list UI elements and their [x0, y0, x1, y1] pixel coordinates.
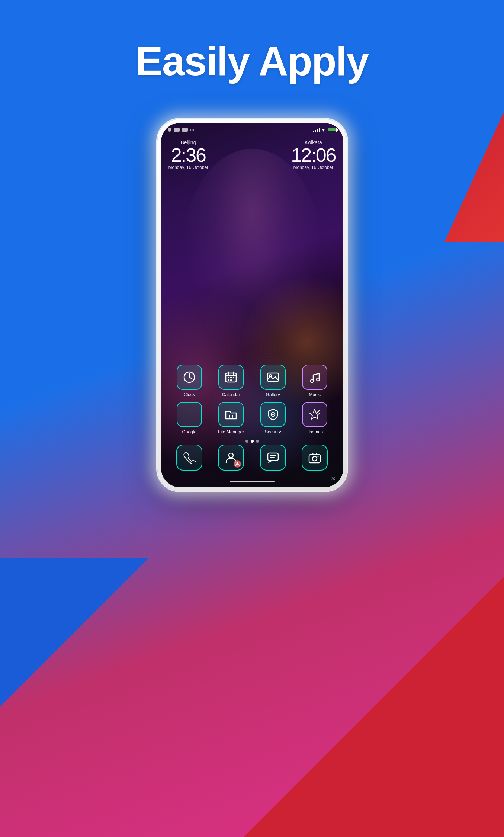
- app-music[interactable]: Music: [298, 365, 331, 397]
- svg-point-23: [229, 453, 233, 458]
- dock-contacts[interactable]: [218, 445, 244, 471]
- signal-bar-3: [317, 129, 318, 132]
- page-dot-3: [256, 440, 259, 443]
- title-section: Easily Apply: [0, 37, 504, 84]
- page-number: 2/3: [331, 476, 336, 481]
- messages-icon: [267, 451, 279, 464]
- clock-time-beijing: 2:36: [168, 145, 209, 165]
- clock-label: Clock: [184, 392, 195, 397]
- svg-point-20: [272, 414, 274, 415]
- app-row-2: Google File Manager: [168, 402, 336, 434]
- music-icon-box[interactable]: [302, 365, 327, 390]
- dock-camera[interactable]: [302, 445, 328, 471]
- dock-phone-icon-box[interactable]: [176, 445, 202, 471]
- themes-label: Themes: [307, 429, 323, 434]
- google-label: Google: [182, 429, 196, 434]
- google-icon-box[interactable]: [177, 402, 202, 427]
- apps-section: Clock: [161, 365, 343, 439]
- phone-icon: [183, 451, 196, 464]
- bg-triangle-red: [244, 577, 504, 837]
- status-dots: •••: [190, 128, 195, 132]
- status-bar: ••• ▾: [161, 123, 343, 137]
- signal-icon: [313, 127, 320, 132]
- battery-tip: [337, 129, 338, 131]
- signal-bar-2: [315, 130, 316, 132]
- svg-point-14: [311, 379, 314, 382]
- dock-messages-icon-box[interactable]: [260, 445, 286, 471]
- calendar-icon-box[interactable]: [218, 365, 244, 390]
- svg-rect-12: [267, 373, 279, 381]
- app-file-manager[interactable]: File Manager: [214, 402, 248, 434]
- wifi-icon: ▾: [322, 127, 325, 133]
- calendar-icon: [224, 371, 238, 384]
- dock-camera-icon-box[interactable]: [302, 445, 328, 471]
- themes-icon: [308, 408, 321, 421]
- music-label: Music: [309, 392, 321, 397]
- security-icon-box[interactable]: [260, 402, 286, 427]
- clock-city-beijing: Beijing 2:36 Monday, 16 October: [168, 140, 209, 170]
- clock-icon: [183, 371, 196, 384]
- gallery-icon-box[interactable]: [260, 365, 286, 390]
- status-icon-1: [168, 128, 171, 132]
- svg-rect-11: [230, 379, 232, 381]
- svg-marker-21: [309, 409, 320, 419]
- svg-line-2: [189, 377, 192, 379]
- character-silhouette: [182, 149, 323, 365]
- svg-rect-10: [228, 379, 229, 381]
- svg-rect-9: [233, 377, 234, 378]
- status-left: •••: [168, 128, 195, 132]
- clock-date-kolkata: Monday, 16 October: [291, 165, 336, 170]
- svg-point-24: [237, 462, 238, 464]
- file-manager-icon: [224, 408, 238, 421]
- status-right: ▾: [313, 127, 337, 133]
- status-icon-2: [174, 128, 180, 132]
- app-calendar[interactable]: Calendar: [214, 365, 248, 397]
- phone-outer: ••• ▾: [157, 119, 347, 491]
- phone-screen: ••• ▾: [161, 123, 343, 487]
- file-manager-icon-box[interactable]: [218, 402, 244, 427]
- clock-date-beijing: Monday, 16 October: [168, 165, 209, 170]
- clock-city-beijing-name: Beijing: [168, 140, 209, 145]
- app-themes[interactable]: Themes: [298, 402, 331, 434]
- signal-bar-1: [313, 131, 314, 132]
- page-title: Easily Apply: [0, 37, 504, 84]
- app-clock[interactable]: Clock: [173, 365, 206, 397]
- bg-corner-red: [444, 112, 504, 242]
- battery-icon: [327, 128, 337, 132]
- gallery-icon: [266, 371, 280, 384]
- music-icon: [308, 371, 321, 384]
- page-dot-1: [245, 440, 248, 443]
- dock-messages[interactable]: [260, 445, 286, 471]
- app-gallery[interactable]: Gallery: [256, 365, 290, 397]
- clock-time-kolkata: 12:06: [291, 145, 336, 165]
- camera-icon: [308, 451, 321, 464]
- svg-rect-8: [230, 377, 232, 378]
- signal-bar-4: [319, 128, 320, 132]
- svg-rect-25: [268, 453, 278, 461]
- themes-icon-box[interactable]: [302, 402, 327, 427]
- dock-phone[interactable]: [176, 445, 202, 471]
- clock-city-kolkata: Kolkata 12:06 Monday, 16 October: [291, 140, 336, 170]
- clock-widget: Beijing 2:36 Monday, 16 October Kolkata …: [168, 140, 336, 170]
- page-dot-2: [251, 440, 254, 443]
- svg-point-29: [312, 456, 317, 461]
- battery-fill: [328, 128, 336, 131]
- dock: [161, 445, 343, 471]
- calendar-label: Calendar: [222, 392, 240, 397]
- app-row-1: Clock: [168, 365, 336, 397]
- clock-icon-box[interactable]: [177, 365, 202, 390]
- app-security[interactable]: Security: [256, 402, 290, 434]
- gallery-label: Gallery: [266, 392, 280, 397]
- status-icon-3: [182, 128, 188, 132]
- security-icon: [266, 408, 280, 421]
- app-google[interactable]: Google: [173, 402, 206, 434]
- svg-rect-28: [309, 455, 320, 463]
- file-manager-label: File Manager: [218, 429, 244, 434]
- phone-mockup: ••• ▾: [157, 119, 347, 491]
- clock-city-kolkata-name: Kolkata: [291, 140, 336, 145]
- badge-icon: [235, 462, 240, 466]
- svg-point-30: [318, 456, 319, 457]
- bg-triangle-blue: [0, 558, 149, 707]
- dock-contacts-icon-box[interactable]: [218, 445, 244, 471]
- home-bar: [230, 481, 275, 482]
